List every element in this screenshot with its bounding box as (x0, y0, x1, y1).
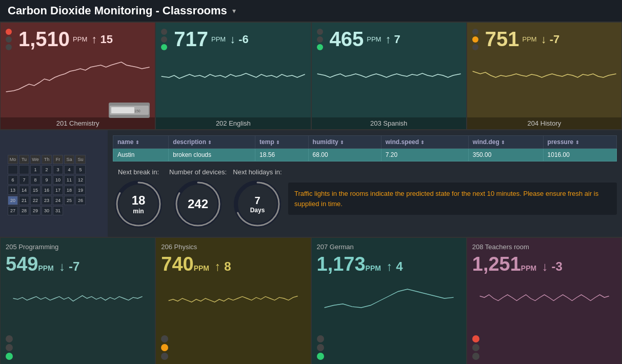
ppm-value-programming: 549PPM ↓ -7 (6, 253, 150, 275)
sparkline-english (161, 56, 305, 99)
cal-day: 16 (42, 186, 52, 195)
cal-day: 25 (64, 196, 74, 205)
room-card-physics[interactable]: 206 Physics 740PPM ↑ 8 (155, 237, 311, 364)
cal-header: Sa (64, 155, 74, 164)
gauge-holidays-label: Next holidays in: (233, 168, 282, 176)
room-card-programming[interactable]: 205 Programming 549PPM ↓ -7 (0, 237, 155, 364)
col-temp[interactable]: temp ⇕ (255, 136, 308, 149)
ppm-change-spanish: ↑ 7 (385, 33, 400, 46)
cal-day: 21 (19, 196, 29, 205)
traffic-light-chemistry (6, 29, 12, 50)
cal-empty (64, 206, 74, 215)
cal-day: 17 (53, 186, 63, 195)
ppm-value-teachers: 1,251PPM ↓ -3 (472, 253, 616, 275)
gauge-break-label: Next break in: (118, 168, 159, 176)
room-card-english[interactable]: 717 PPM ↓ -6 202 English (155, 22, 311, 130)
traffic-light-history (472, 29, 478, 50)
cal-day: 2 (42, 165, 52, 174)
ppm-value-physics: 740PPM ↑ 8 (161, 253, 305, 275)
room-card-spanish[interactable]: 465 PPM ↑ 7 203 Spanish (311, 22, 467, 130)
weather-wind-deg: 350.00 (468, 149, 543, 161)
middle-section: Mo Tu We Th Fr Sa Su 1 2 3 4 5 6 7 8 9 1… (0, 130, 622, 237)
sort-icon-winddeg: ⇕ (501, 140, 505, 145)
cal-day: 5 (75, 165, 86, 174)
ppm-unit-history: PPM (523, 35, 537, 43)
cal-day: 9 (42, 175, 52, 185)
sort-icon-humidity: ⇕ (340, 140, 344, 145)
room-name-teachers: 208 Teachers room (472, 243, 616, 251)
weather-wind-speed: 7.20 (381, 149, 468, 161)
sort-icon-name: ⇕ (135, 140, 139, 145)
gauge-break-circle: 18min (113, 178, 164, 230)
cal-day (8, 165, 18, 174)
ppm-unit-english: PPM (211, 35, 226, 43)
gauge-next-break: Next break in: 18min (113, 168, 164, 230)
sort-icon-pressure: ⇕ (575, 140, 579, 145)
traffic-light-teachers (472, 335, 479, 360)
room-card-teachers[interactable]: 208 Teachers room 1,251PPM ↓ -3 (467, 237, 622, 364)
col-wind-speed[interactable]: wind.speed ⇕ (381, 136, 468, 149)
weather-name: Austin (113, 149, 169, 161)
cal-day: 14 (19, 186, 29, 195)
room-label-chemistry: 201 Chemistry (1, 117, 155, 129)
gauge-holidays: Next holidays in: 7Days (232, 168, 283, 230)
device-img-chemistry: 150 (109, 103, 150, 118)
col-pressure[interactable]: pressure ⇕ (543, 136, 616, 149)
room-label-spanish: 203 Spanish (312, 117, 466, 129)
traffic-light-physics (161, 335, 168, 360)
col-name[interactable]: name ⇕ (113, 136, 169, 149)
sparkline-german (317, 275, 461, 321)
room-label-history: 204 History (467, 117, 621, 129)
svg-text:150: 150 (134, 109, 141, 113)
col-wind-deg[interactable]: wind.deg ⇕ (468, 136, 543, 149)
cal-day: 24 (53, 196, 63, 205)
ppm-unit-spanish: PPM (367, 35, 381, 43)
cal-header: Mo (8, 155, 18, 164)
cal-day: 12 (75, 175, 86, 185)
traffic-light-spanish (317, 29, 323, 50)
cal-day: 26 (75, 196, 86, 205)
traffic-light-programming (6, 335, 13, 360)
gauge-devices-circle: 242 (172, 178, 224, 230)
ppm-value-history: 751 (485, 28, 519, 51)
col-humidity[interactable]: humidity ⇕ (308, 136, 381, 149)
cal-header: Su (75, 155, 86, 164)
gauge-break-value: 18min (132, 193, 146, 215)
bottom-rooms-grid: 205 Programming 549PPM ↓ -7 206 Physics … (0, 237, 622, 364)
cal-day: 11 (64, 175, 74, 185)
room-card-german[interactable]: 207 German 1,173PPM ↑ 4 (311, 237, 467, 364)
cal-day: 18 (64, 186, 74, 195)
gauge-holidays-circle: 7Days (232, 178, 283, 230)
ppm-value-english: 717 (174, 28, 208, 51)
sparkline-physics (161, 275, 305, 321)
ppm-value-chemistry: 1,510 (18, 28, 70, 51)
weather-table: name ⇕ description ⇕ temp ⇕ humidity ⇕ w… (113, 135, 617, 161)
room-card-history[interactable]: 751 PPM ↓ -7 204 History (467, 22, 622, 130)
room-name-german: 207 German (317, 243, 461, 251)
right-panel: name ⇕ description ⇕ temp ⇕ humidity ⇕ w… (108, 130, 622, 237)
dropdown-icon[interactable]: ▾ (232, 7, 236, 15)
cal-day: 4 (64, 165, 74, 174)
sparkline-chemistry (6, 56, 150, 99)
cal-day (19, 165, 29, 174)
gauge-devices-value: 242 (188, 197, 208, 211)
sparkline-teachers (472, 275, 616, 321)
cal-day: 29 (30, 206, 41, 215)
ppm-change-chemistry: ↑ 15 (91, 33, 113, 46)
col-description[interactable]: description ⇕ (169, 136, 255, 149)
weather-description: broken clouds (169, 149, 255, 161)
cal-day: 27 (8, 206, 18, 215)
traffic-light-english (161, 29, 167, 50)
calendar-grid: Mo Tu We Th Fr Sa Su 1 2 3 4 5 6 7 8 9 1… (8, 155, 100, 215)
cal-day: 28 (19, 206, 29, 215)
room-card-chemistry[interactable]: 1,510 PPM ↑ 15 201 Chemistry 150 (0, 22, 155, 130)
cal-header: Fr (53, 155, 63, 164)
cal-day: 6 (8, 175, 18, 185)
traffic-light-german (317, 335, 324, 360)
gauge-devices: Number of devices: 242 (169, 168, 227, 230)
ppm-unit-chemistry: PPM (73, 35, 87, 43)
sparkline-history (472, 56, 616, 99)
sort-icon-temp: ⇕ (276, 140, 280, 145)
room-name-physics: 206 Physics (161, 243, 305, 251)
cal-day: 7 (19, 175, 29, 185)
